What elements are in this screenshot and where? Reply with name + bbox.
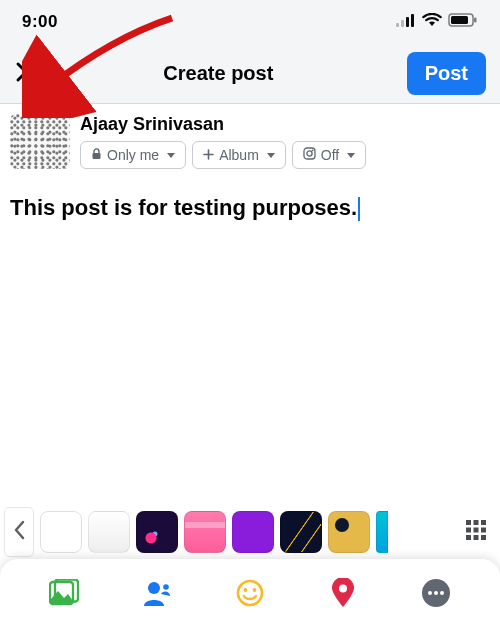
svg-rect-14 <box>481 520 486 525</box>
plus-icon <box>203 147 214 163</box>
svg-rect-5 <box>451 16 468 24</box>
battery-icon <box>448 13 478 31</box>
feeling-activity-button[interactable] <box>230 575 270 615</box>
check-in-button[interactable] <box>323 575 363 615</box>
instagram-icon <box>303 147 316 163</box>
compose-header: Create post Post <box>0 44 500 104</box>
add-photo-button[interactable] <box>44 575 84 615</box>
svg-rect-1 <box>401 20 404 27</box>
svg-rect-18 <box>466 535 471 540</box>
more-icon <box>421 578 451 612</box>
bg-scroll-left-button[interactable] <box>4 507 34 557</box>
more-options-button[interactable] <box>416 575 456 615</box>
svg-point-30 <box>428 591 432 595</box>
svg-rect-8 <box>93 153 101 159</box>
svg-point-24 <box>163 584 169 590</box>
post-button[interactable]: Post <box>407 52 486 95</box>
instagram-crosspost-selector[interactable]: Off <box>292 141 366 169</box>
pill-row: Only me Album Off <box>80 141 366 169</box>
svg-rect-0 <box>396 23 399 27</box>
svg-point-28 <box>339 585 347 593</box>
svg-point-27 <box>253 588 257 592</box>
svg-point-25 <box>238 581 262 605</box>
svg-rect-15 <box>466 528 471 533</box>
svg-rect-19 <box>474 535 479 540</box>
svg-point-11 <box>312 149 314 151</box>
bg-swatch-dark-meteor[interactable] <box>280 511 322 553</box>
album-selector[interactable]: Album <box>192 141 286 169</box>
location-pin-icon <box>331 578 355 612</box>
bg-swatch-teal-gradient[interactable] <box>376 511 388 553</box>
svg-rect-12 <box>466 520 471 525</box>
svg-point-23 <box>148 582 160 594</box>
svg-rect-6 <box>474 18 477 23</box>
composer-text: This post is for testing purposes. <box>10 195 357 220</box>
album-label: Album <box>219 147 259 163</box>
attachment-panel <box>0 559 500 631</box>
bg-swatch-light-gray-pattern[interactable] <box>88 511 130 553</box>
chevron-left-icon <box>13 520 26 544</box>
bg-swatch-plain-white[interactable] <box>40 511 82 553</box>
bg-swatch-rocket-purple[interactable] <box>136 511 178 553</box>
emoji-icon <box>236 579 264 611</box>
svg-point-31 <box>434 591 438 595</box>
lock-icon <box>91 147 102 163</box>
status-time: 9:00 <box>22 12 58 32</box>
svg-point-32 <box>440 591 444 595</box>
audience-label: Only me <box>107 147 159 163</box>
composer-area[interactable]: This post is for testing purposes. <box>0 179 500 240</box>
svg-rect-16 <box>474 528 479 533</box>
svg-rect-20 <box>481 535 486 540</box>
bg-swatch-solid-purple[interactable] <box>232 511 274 553</box>
text-cursor <box>358 197 360 221</box>
person-tag-icon <box>142 580 172 610</box>
header-title: Create post <box>30 62 407 85</box>
svg-rect-9 <box>304 148 315 159</box>
user-name: Ajaay Srinivasan <box>80 114 366 135</box>
tag-people-button[interactable] <box>137 575 177 615</box>
status-bar: 9:00 <box>0 0 500 44</box>
svg-point-26 <box>244 588 248 592</box>
svg-point-10 <box>307 151 312 156</box>
grid-icon <box>465 519 487 545</box>
svg-rect-13 <box>474 520 479 525</box>
wifi-icon <box>422 13 442 31</box>
bg-swatch-yellow-illustration[interactable] <box>328 511 370 553</box>
svg-rect-3 <box>411 14 414 27</box>
svg-rect-2 <box>406 17 409 27</box>
user-meta: Ajaay Srinivasan Only me Album <box>80 114 366 169</box>
user-row: Ajaay Srinivasan Only me Album <box>0 104 500 179</box>
svg-rect-17 <box>481 528 486 533</box>
bg-swatch-pink-folder[interactable] <box>184 511 226 553</box>
status-indicators <box>396 13 478 31</box>
instagram-label: Off <box>321 147 339 163</box>
photo-icon <box>49 579 79 611</box>
avatar[interactable] <box>10 114 70 169</box>
background-strip <box>0 503 500 561</box>
bg-grid-button[interactable] <box>456 512 496 552</box>
audience-selector[interactable]: Only me <box>80 141 186 169</box>
cellular-signal-icon <box>396 13 416 31</box>
